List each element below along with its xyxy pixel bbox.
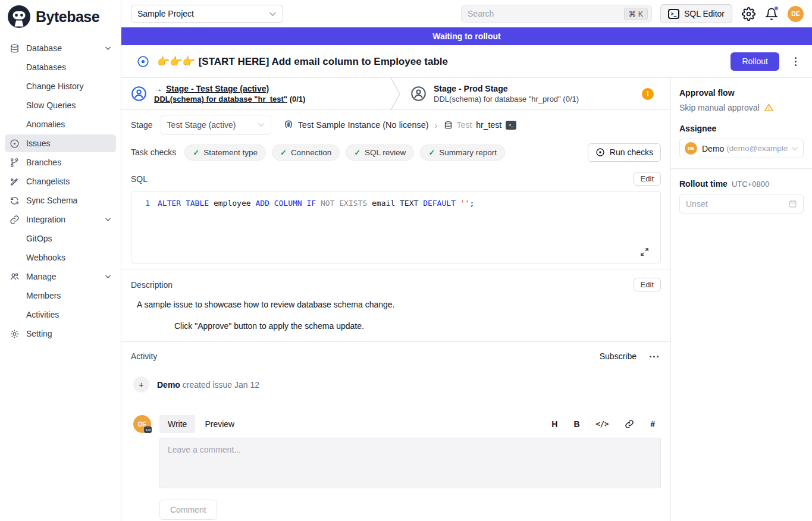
tab-write[interactable]: Write	[159, 415, 195, 433]
check-sql-review[interactable]: ✓ SQL review	[346, 145, 414, 161]
sql-editor[interactable]: 1ALTER TABLE employee ADD COLUMN IF NOT …	[131, 191, 661, 263]
assignee-label: Assignee	[679, 124, 804, 133]
sql-code-line: 1ALTER TABLE employee ADD COLUMN IF NOT …	[131, 192, 660, 208]
comment-input[interactable]	[159, 438, 661, 488]
stage-pipeline: → Stage - Test Stage (active) DDL(schema…	[121, 78, 670, 110]
issue-sidebar: Approval flow Skip manual approval Assig…	[671, 78, 812, 521]
project-select[interactable]: Sample Project	[131, 5, 283, 23]
pointing-hand-emoji: 👉👉👉	[157, 56, 195, 67]
search-box[interactable]: ⌘ K	[461, 5, 652, 23]
check-summary-report[interactable]: ✓ Summary report	[420, 145, 505, 161]
postgresql-icon	[283, 120, 294, 130]
sidebar-item-change-history[interactable]: Change History	[5, 77, 116, 95]
sidebar-item-manage[interactable]: Manage	[5, 268, 116, 285]
stage-prod-subtitle: DDL(schema) for database "hr_prod" (0/1)	[434, 95, 579, 103]
check-statement-type[interactable]: ✓ Statement type	[184, 145, 266, 161]
sidebar-item-changelists[interactable]: Changelists	[5, 172, 116, 190]
sidebar-item-branches[interactable]: Branches	[5, 153, 116, 171]
check-pass-icon: ✓	[428, 148, 435, 157]
sql-editor-button[interactable]: >_ SQL Editor	[660, 4, 732, 23]
more-options-kebab-icon[interactable]	[792, 55, 799, 68]
activity-action: created issue Jan 12	[183, 380, 259, 390]
comment-submit-button[interactable]: Comment	[159, 500, 217, 520]
approval-flow-value: Skip manual approval	[679, 103, 760, 112]
activity-entry: + Demo created issue Jan 12	[133, 376, 661, 393]
status-banner: Waiting to rollout	[121, 27, 812, 45]
activity-label: Activity	[131, 351, 157, 361]
notifications-bell-icon[interactable]	[765, 7, 778, 21]
database-name[interactable]: hr_test	[476, 120, 501, 130]
chevron-down-icon	[105, 46, 111, 51]
sidebar-item-database[interactable]: Database	[5, 39, 116, 57]
issue-status-icon	[137, 55, 149, 68]
sql-edit-button[interactable]: Edit	[634, 172, 661, 186]
sidebar-item-webhooks[interactable]: Webhooks	[5, 249, 116, 266]
user-avatar[interactable]: DE	[788, 6, 804, 22]
arrow-right-icon: →	[154, 84, 162, 93]
activity-actor: Demo	[157, 380, 180, 390]
sidebar-item-issues[interactable]: Issues	[5, 134, 116, 152]
database-breadcrumb: Test Sample Instance (No license) › Test…	[283, 120, 517, 130]
sidebar-item-activities[interactable]: Activities	[5, 306, 116, 324]
chevron-down-icon	[269, 11, 277, 17]
markdown-toolbar: H B </> #	[551, 419, 661, 429]
comment-avatar: DE	[133, 415, 152, 520]
integration-icon	[10, 215, 20, 225]
heading-icon[interactable]: H	[551, 419, 557, 429]
stage-test-cell[interactable]: → Stage - Test Stage (active) DDL(schema…	[121, 78, 390, 109]
approval-flow-label: Approval flow	[679, 88, 804, 98]
assignee-select[interactable]: DE Demo (demo@example	[679, 139, 804, 158]
sidebar-item-integration[interactable]: Integration	[5, 211, 116, 228]
database-icon	[10, 43, 20, 54]
bytebase-logo[interactable]: Bytebase	[0, 0, 121, 32]
fullscreen-expand-icon[interactable]	[639, 247, 650, 257]
chevron-down-icon	[791, 146, 798, 151]
database-cylinder-icon	[444, 121, 453, 130]
status-banner-text: Waiting to rollout	[432, 32, 501, 41]
branch-icon	[10, 158, 20, 168]
sidebar-item-slow-queries[interactable]: Slow Queries	[5, 96, 116, 114]
instance-name[interactable]: Test Sample Instance (No license)	[298, 120, 429, 130]
stage-person-icon-active	[131, 86, 147, 102]
rollout-time-label: Rollout time	[679, 179, 728, 189]
link-icon[interactable]	[625, 419, 634, 429]
sidebar-item-sync-schema[interactable]: Sync Schema	[5, 192, 116, 209]
code-icon[interactable]: </>	[596, 420, 609, 428]
sync-icon	[10, 196, 20, 206]
line-number: 1	[131, 199, 158, 208]
description-body: A sample issue to showcase how to review…	[121, 291, 670, 341]
description-section-header: Description Edit	[121, 269, 670, 291]
stage-test-subtitle[interactable]: DDL(schema) for database "hr_test"	[154, 95, 287, 103]
settings-gear-icon[interactable]	[742, 7, 755, 21]
issue-icon	[10, 139, 20, 149]
assignee-email: (demo@example	[726, 144, 788, 153]
sidebar-item-members[interactable]: Members	[5, 287, 116, 305]
assignee-avatar: DE	[685, 142, 697, 155]
description-edit-button[interactable]: Edit	[634, 278, 661, 291]
description-label: Description	[131, 280, 173, 290]
subscribe-button[interactable]: Subscribe	[600, 351, 637, 361]
check-pass-icon: ✓	[193, 148, 199, 157]
tab-preview[interactable]: Preview	[196, 415, 243, 433]
stage-prod-cell[interactable]: Stage - Prod Stage DDL(schema) for datab…	[401, 78, 670, 109]
activity-more-icon[interactable]	[647, 353, 661, 360]
search-input[interactable]	[468, 9, 624, 18]
issue-header: 👉👉👉[START HERE] Add email column to Empl…	[121, 45, 812, 78]
bold-icon[interactable]: B	[573, 419, 579, 429]
check-connection[interactable]: ✓ Connection	[272, 145, 340, 161]
run-checks-button[interactable]: Run checks	[588, 143, 661, 162]
rollout-time-input[interactable]: Unset	[679, 194, 804, 214]
stage-test-title[interactable]: Stage - Test Stage (active)	[166, 84, 269, 93]
sidebar-item-setting[interactable]: Setting	[5, 325, 116, 343]
comment-editor-block: DE Write Preview H B </> # Comment	[133, 415, 661, 520]
sidebar-item-gitops[interactable]: GitOps	[5, 230, 116, 247]
open-sql-editor-icon[interactable]: >_	[506, 121, 516, 130]
rollout-timezone: UTC+0800	[732, 180, 769, 189]
sidebar-item-anomalies[interactable]: Anomalies	[5, 115, 116, 133]
rollout-button[interactable]: Rollout	[731, 52, 779, 71]
stage-select[interactable]: Test Stage (active)	[161, 115, 271, 135]
stage-separator-chevron	[390, 78, 401, 109]
sidebar-item-databases[interactable]: Databases	[5, 58, 116, 76]
activity-header: Activity Subscribe	[121, 342, 670, 361]
hash-icon[interactable]: #	[650, 419, 655, 429]
